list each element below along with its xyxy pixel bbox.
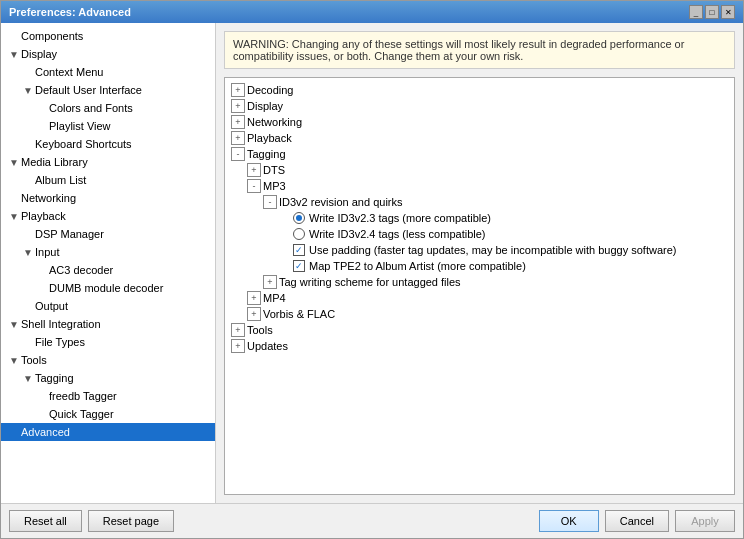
- sidebar: Components ▼ Display Context Menu ▼ Defa: [1, 23, 216, 503]
- expand-icon[interactable]: +: [263, 275, 277, 289]
- checkbox-map-tpe2[interactable]: ✓ Map TPE2 to Album Artist (more compati…: [293, 260, 526, 272]
- sidebar-item-album-list[interactable]: Album List: [1, 171, 215, 189]
- reset-all-button[interactable]: Reset all: [9, 510, 82, 532]
- spacer: [279, 259, 293, 273]
- expander-icon: [35, 263, 49, 277]
- bottom-bar: Reset all Reset page OK Cancel Apply: [1, 503, 743, 538]
- sidebar-item-colors-and-fonts[interactable]: Colors and Fonts: [1, 99, 215, 117]
- expand-icon[interactable]: +: [231, 99, 245, 113]
- expander-icon: ▼: [7, 353, 21, 367]
- sidebar-item-shell-integration[interactable]: ▼ Shell Integration: [1, 315, 215, 333]
- rtree-item-playback[interactable]: + Playback: [229, 130, 730, 146]
- expand-icon[interactable]: +: [247, 163, 261, 177]
- sidebar-item-file-types[interactable]: File Types: [1, 333, 215, 351]
- expand-icon[interactable]: +: [231, 323, 245, 337]
- rtree-item-dts[interactable]: + DTS: [229, 162, 730, 178]
- rtree-item-decoding[interactable]: + Decoding: [229, 82, 730, 98]
- rtree-label: Map TPE2 to Album Artist (more compatibl…: [309, 260, 526, 272]
- expander-icon: ▼: [21, 371, 35, 385]
- rtree-item-mp4[interactable]: + MP4: [229, 290, 730, 306]
- sidebar-label: Playback: [21, 210, 66, 222]
- rtree-item-tools[interactable]: + Tools: [229, 322, 730, 338]
- expander-icon: [21, 335, 35, 349]
- sidebar-item-tagging[interactable]: ▼ Tagging: [1, 369, 215, 387]
- sidebar-item-context-menu[interactable]: Context Menu: [1, 63, 215, 81]
- radio-circle[interactable]: [293, 212, 305, 224]
- rtree-item-display[interactable]: + Display: [229, 98, 730, 114]
- rtree-item-tagging[interactable]: - Tagging: [229, 146, 730, 162]
- expander-icon: [21, 137, 35, 151]
- expand-icon[interactable]: +: [247, 291, 261, 305]
- sidebar-item-components[interactable]: Components: [1, 27, 215, 45]
- radio-circle[interactable]: [293, 228, 305, 240]
- sidebar-item-quick-tagger[interactable]: Quick Tagger: [1, 405, 215, 423]
- rtree-item-vorbis-flac[interactable]: + Vorbis & FLAC: [229, 306, 730, 322]
- expander-icon: [35, 407, 49, 421]
- sidebar-item-display[interactable]: ▼ Display: [1, 45, 215, 63]
- rtree-item-networking[interactable]: + Networking: [229, 114, 730, 130]
- sidebar-item-keyboard-shortcuts[interactable]: Keyboard Shortcuts: [1, 135, 215, 153]
- expand-icon[interactable]: -: [247, 179, 261, 193]
- rtree-item-mp3[interactable]: - MP3: [229, 178, 730, 194]
- cancel-button[interactable]: Cancel: [605, 510, 669, 532]
- sidebar-item-playlist-view[interactable]: Playlist View: [1, 117, 215, 135]
- sidebar-item-output[interactable]: Output: [1, 297, 215, 315]
- checkbox-box[interactable]: ✓: [293, 244, 305, 256]
- radio-filled: [296, 215, 302, 221]
- settings-tree[interactable]: + Decoding + Display + Networking + Play…: [224, 77, 735, 495]
- apply-button[interactable]: Apply: [675, 510, 735, 532]
- sidebar-item-advanced[interactable]: Advanced: [1, 423, 215, 441]
- rtree-item-write-id3v24[interactable]: Write ID3v2.4 tags (less compatible): [229, 226, 730, 242]
- sidebar-label: Shell Integration: [21, 318, 101, 330]
- expand-icon[interactable]: +: [231, 131, 245, 145]
- expand-icon[interactable]: +: [231, 339, 245, 353]
- sidebar-item-tools[interactable]: ▼ Tools: [1, 351, 215, 369]
- sidebar-label: DUMB module decoder: [49, 282, 163, 294]
- sidebar-label: Playlist View: [49, 120, 111, 132]
- sidebar-item-input[interactable]: ▼ Input: [1, 243, 215, 261]
- checkbox-use-padding[interactable]: ✓ Use padding (faster tag updates, may b…: [293, 244, 676, 256]
- expand-icon[interactable]: -: [231, 147, 245, 161]
- sidebar-item-ac3-decoder[interactable]: AC3 decoder: [1, 261, 215, 279]
- sidebar-label: Colors and Fonts: [49, 102, 133, 114]
- ok-button[interactable]: OK: [539, 510, 599, 532]
- sidebar-item-media-library[interactable]: ▼ Media Library: [1, 153, 215, 171]
- sidebar-label: Networking: [21, 192, 76, 204]
- expand-icon[interactable]: +: [231, 83, 245, 97]
- reset-page-button[interactable]: Reset page: [88, 510, 174, 532]
- spacer: [279, 211, 293, 225]
- sidebar-item-networking[interactable]: Networking: [1, 189, 215, 207]
- expand-icon[interactable]: +: [231, 115, 245, 129]
- radio-write-id3v24[interactable]: Write ID3v2.4 tags (less compatible): [293, 228, 485, 240]
- expand-icon[interactable]: +: [247, 307, 261, 321]
- expander-icon: [7, 425, 21, 439]
- rtree-item-map-tpe2[interactable]: ✓ Map TPE2 to Album Artist (more compati…: [229, 258, 730, 274]
- sidebar-item-dumb-module-decoder[interactable]: DUMB module decoder: [1, 279, 215, 297]
- rtree-item-updates[interactable]: + Updates: [229, 338, 730, 354]
- left-buttons: Reset all Reset page: [9, 510, 174, 532]
- rtree-label: Write ID3v2.3 tags (more compatible): [309, 212, 491, 224]
- sidebar-label: AC3 decoder: [49, 264, 113, 276]
- right-panel: WARNING: Changing any of these settings …: [216, 23, 743, 503]
- expand-icon[interactable]: -: [263, 195, 277, 209]
- sidebar-label: Input: [35, 246, 59, 258]
- checkbox-box[interactable]: ✓: [293, 260, 305, 272]
- sidebar-label: Keyboard Shortcuts: [35, 138, 132, 150]
- sidebar-item-default-user-interface[interactable]: ▼ Default User Interface: [1, 81, 215, 99]
- rtree-item-tag-writing[interactable]: + Tag writing scheme for untagged files: [229, 274, 730, 290]
- rtree-item-write-id3v23[interactable]: Write ID3v2.3 tags (more compatible): [229, 210, 730, 226]
- radio-write-id3v23[interactable]: Write ID3v2.3 tags (more compatible): [293, 212, 491, 224]
- sidebar-label: Tagging: [35, 372, 74, 384]
- sidebar-item-playback[interactable]: ▼ Playback: [1, 207, 215, 225]
- minimize-button[interactable]: _: [689, 5, 703, 19]
- main-content: Components ▼ Display Context Menu ▼ Defa: [1, 23, 743, 503]
- rtree-item-id3v2-revision[interactable]: - ID3v2 revision and quirks: [229, 194, 730, 210]
- sidebar-item-freedb-tagger[interactable]: freedb Tagger: [1, 387, 215, 405]
- spacer: [279, 243, 293, 257]
- close-button[interactable]: ✕: [721, 5, 735, 19]
- sidebar-item-dsp-manager[interactable]: DSP Manager: [1, 225, 215, 243]
- rtree-label: Display: [247, 100, 283, 112]
- sidebar-label: DSP Manager: [35, 228, 104, 240]
- rtree-item-use-padding[interactable]: ✓ Use padding (faster tag updates, may b…: [229, 242, 730, 258]
- maximize-button[interactable]: □: [705, 5, 719, 19]
